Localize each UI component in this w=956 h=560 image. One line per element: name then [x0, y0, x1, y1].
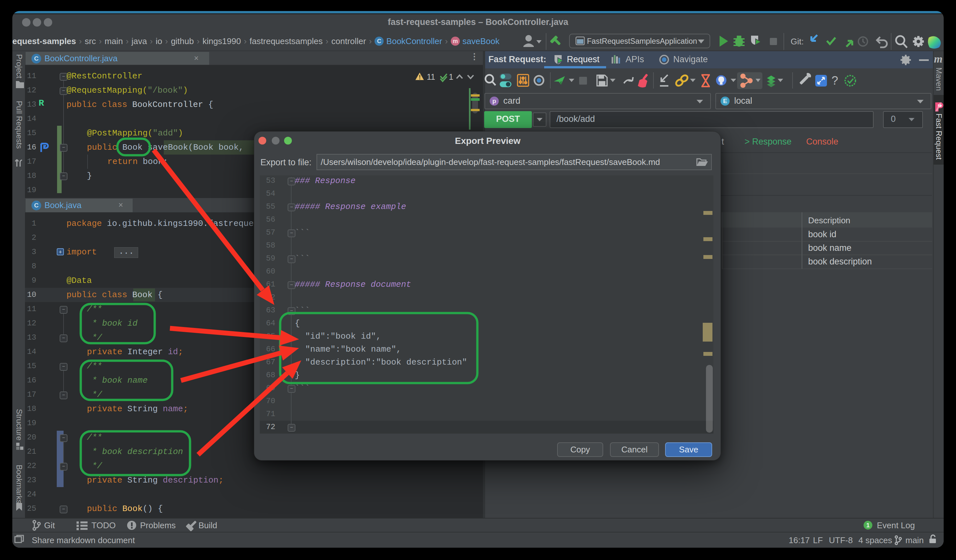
svg-text:Git: Git — [44, 521, 55, 530]
svg-text:Build: Build — [198, 521, 217, 530]
svg-text:FastRequestSamplesApplication: FastRequestSamplesApplication — [587, 37, 697, 45]
svg-text:TODO: TODO — [91, 521, 116, 530]
svg-text:11: 11 — [427, 72, 435, 82]
svg-text:1: 1 — [449, 72, 453, 82]
svg-text:Problems: Problems — [140, 521, 176, 530]
svg-text:Git:: Git: — [791, 37, 803, 46]
svg-text:?: ? — [832, 74, 838, 87]
